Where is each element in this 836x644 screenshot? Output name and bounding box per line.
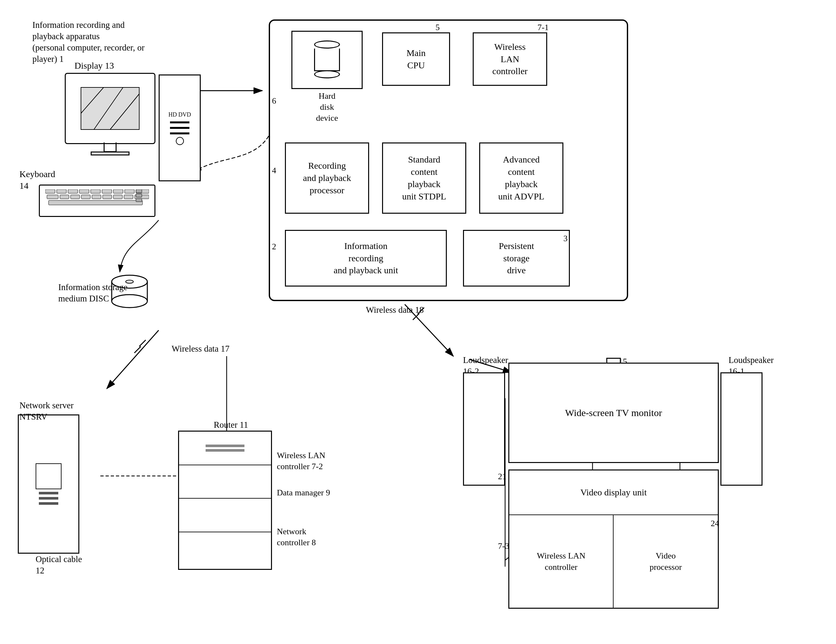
svg-line-17 — [134, 347, 141, 353]
video-processor-box: Videoprocessor — [614, 515, 718, 608]
wireless-data-18-label: Wireless data 18 — [366, 304, 424, 316]
svg-rect-47 — [70, 195, 80, 199]
label-2: 2 — [272, 241, 276, 252]
data-manager-label: Data manager 9 — [277, 487, 330, 498]
router-box — [178, 431, 272, 570]
svg-rect-42 — [113, 190, 123, 193]
label-6: 6 — [272, 95, 276, 106]
wireless-lan-73-box: Wireless LANcontroller — [509, 515, 614, 608]
info-recording-unit-box: Informationrecordingand playback unit — [285, 230, 447, 286]
svg-rect-48 — [81, 195, 90, 199]
network-server-box — [18, 414, 79, 554]
svg-line-15 — [107, 330, 158, 389]
label-4: 4 — [272, 165, 276, 176]
diagram: Information recording andplayback appara… — [0, 0, 836, 644]
network-ctrl-label: Networkcontroller 8 — [277, 526, 316, 548]
video-bottom-row: Wireless LANcontroller Videoprocessor — [509, 515, 718, 608]
display-label: Display 13 — [75, 60, 114, 72]
svg-rect-39 — [79, 190, 89, 193]
apparatus-label: Information recording andplayback appara… — [33, 20, 155, 65]
monitor-box — [65, 73, 155, 144]
main-cpu-box: MainCPU — [382, 33, 450, 86]
svg-rect-46 — [60, 195, 69, 199]
label-21: 21 — [498, 471, 506, 482]
advanced-content-box: Advancedcontentplaybackunit ADVPL — [479, 142, 563, 214]
svg-rect-36 — [45, 190, 55, 193]
wireless-lan-71-box: WirelessLANcontroller — [473, 33, 547, 86]
svg-rect-40 — [91, 190, 100, 193]
svg-rect-56 — [136, 194, 142, 197]
monitor-base — [91, 152, 129, 155]
svg-rect-51 — [113, 195, 122, 199]
label-3: 3 — [563, 233, 568, 244]
hard-disk-label: Harddiskdevice — [285, 91, 369, 123]
svg-rect-49 — [92, 195, 101, 199]
svg-rect-41 — [102, 190, 112, 193]
keyboard-box — [39, 185, 155, 217]
router-label: Router 11 — [214, 419, 248, 431]
svg-rect-32 — [81, 87, 139, 129]
optical-cable-label: Optical cable12 — [36, 554, 82, 576]
wireless-lan-72-label: Wireless LANcontroller 7-2 — [277, 450, 325, 472]
svg-line-16 — [139, 340, 146, 347]
video-display-outer-box: Video display unit Wireless LANcontrolle… — [508, 469, 719, 609]
video-display-label-box: Video display unit — [509, 471, 718, 515]
recording-playback-box: Recordingand playbackprocessor — [285, 142, 369, 214]
persistent-storage-box: Persistentstoragedrive — [463, 230, 570, 286]
loudspeaker-161-box — [720, 372, 763, 485]
loudspeaker-162-box — [463, 372, 505, 485]
svg-rect-54 — [49, 200, 142, 205]
tower-box: HD DVD — [158, 74, 201, 181]
standard-content-box: Standardcontentplaybackunit STDPL — [382, 142, 466, 214]
svg-rect-37 — [57, 190, 66, 193]
hard-disk-box — [291, 31, 362, 89]
tv-box: Wide-screen TV monitor — [508, 363, 719, 463]
label-5: 5 — [436, 22, 440, 33]
label-73: 7-3 — [498, 541, 509, 552]
network-server-label: Network serverNTSRV — [20, 400, 73, 423]
label-71: 7-1 — [537, 22, 549, 33]
svg-rect-38 — [68, 190, 78, 193]
svg-rect-43 — [125, 190, 134, 193]
svg-rect-57 — [136, 198, 142, 202]
disc-label: Information storagemedium DISC — [58, 282, 127, 304]
svg-rect-52 — [124, 195, 133, 199]
label-24: 24 — [711, 518, 719, 529]
wireless-data-17-label: Wireless data 17 — [171, 343, 230, 355]
svg-rect-50 — [103, 195, 112, 199]
svg-rect-45 — [47, 195, 58, 199]
monitor-stand — [104, 142, 117, 152]
svg-rect-55 — [136, 190, 142, 193]
